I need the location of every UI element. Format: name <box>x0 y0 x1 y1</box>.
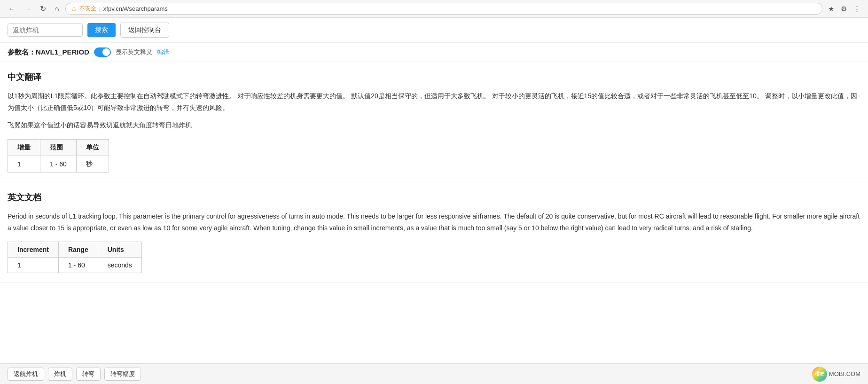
search-input[interactable] <box>8 24 83 37</box>
toggle-track[interactable] <box>94 47 111 57</box>
back-button[interactable]: ← <box>6 4 18 14</box>
edit-link[interactable]: 编辑 <box>157 48 169 56</box>
chinese-range-val: 1 - 60 <box>40 156 77 172</box>
english-range-val: 1 - 60 <box>58 257 98 273</box>
param-header: 参数名：NAVL1_PERIOD 显示英文释义 编辑 <box>0 43 868 62</box>
chinese-col-range: 范围 <box>40 139 77 156</box>
english-col-range: Range <box>58 242 98 257</box>
extension-btn[interactable]: ⚙ <box>839 4 849 14</box>
chinese-unit-val: 秒 <box>76 156 109 172</box>
chinese-param-table: 增量 范围 单位 1 1 - 60 秒 <box>8 139 109 172</box>
menu-btn[interactable]: ⋮ <box>852 4 862 14</box>
browser-actions: ★ ⚙ ⋮ <box>826 4 862 14</box>
url-text: xfpv.cn/#/searchparams <box>103 5 816 12</box>
param-name-label: 参数名：NAVL1_PERIOD <box>8 48 89 57</box>
chinese-increment-val: 1 <box>8 156 40 172</box>
search-button[interactable]: 搜索 <box>87 23 116 37</box>
chinese-col-unit: 单位 <box>76 139 109 156</box>
forward-button[interactable]: → <box>22 4 34 14</box>
page-content: 搜索 返回控制台 参数名：NAVL1_PERIOD 显示英文释义 编辑 中文翻译… <box>0 18 868 363</box>
english-param-table: Increment Range Units 1 1 - 60 seconds <box>8 242 142 273</box>
toggle-label[interactable]: 显示英文释义 <box>116 48 152 56</box>
toolbar: 搜索 返回控制台 <box>0 18 868 43</box>
chinese-section: 中文翻译 以1秒为周期的L1限踪循环。此参数主要控制在自动驾驶模式下的转弯激进性… <box>0 62 868 182</box>
lock-icon: ⚠ <box>71 6 77 12</box>
english-section-title: 英文文档 <box>8 192 860 203</box>
chinese-para-2: 飞翼如果这个值过小的话容易导致切返航就大角度转弯日地炸机 <box>8 119 860 131</box>
english-col-increment: Increment <box>8 242 59 257</box>
security-label: 不安全 <box>79 5 96 13</box>
reload-button[interactable]: ↻ <box>38 3 48 14</box>
toggle-thumb <box>102 48 110 56</box>
home-button[interactable]: ⌂ <box>52 4 62 14</box>
chinese-para-1: 以1秒为周期的L1限踪循环。此参数主要控制在自动驾驶模式下的转弯激进性。 对于响… <box>8 90 860 114</box>
english-table-row: 1 1 - 60 seconds <box>8 257 142 273</box>
english-text: Period in seconds of L1 tracking loop. T… <box>8 211 860 234</box>
english-units-val: seconds <box>98 257 141 273</box>
return-button[interactable]: 返回控制台 <box>120 23 169 38</box>
chinese-col-increment: 增量 <box>8 139 40 156</box>
browser-bar: ← → ↻ ⌂ ⚠ 不安全 | xfpv.cn/#/searchparams ★… <box>0 0 868 18</box>
english-col-units: Units <box>98 242 141 257</box>
chinese-table-row: 1 1 - 60 秒 <box>8 156 109 172</box>
bookmark-btn[interactable]: ★ <box>826 4 836 14</box>
chinese-section-title: 中文翻译 <box>8 71 860 83</box>
english-section: 英文文档 Period in seconds of L1 tracking lo… <box>0 182 868 283</box>
toggle-switch[interactable] <box>94 47 111 57</box>
address-bar[interactable]: ⚠ 不安全 | xfpv.cn/#/searchparams <box>65 3 822 15</box>
english-increment-val: 1 <box>8 257 59 273</box>
